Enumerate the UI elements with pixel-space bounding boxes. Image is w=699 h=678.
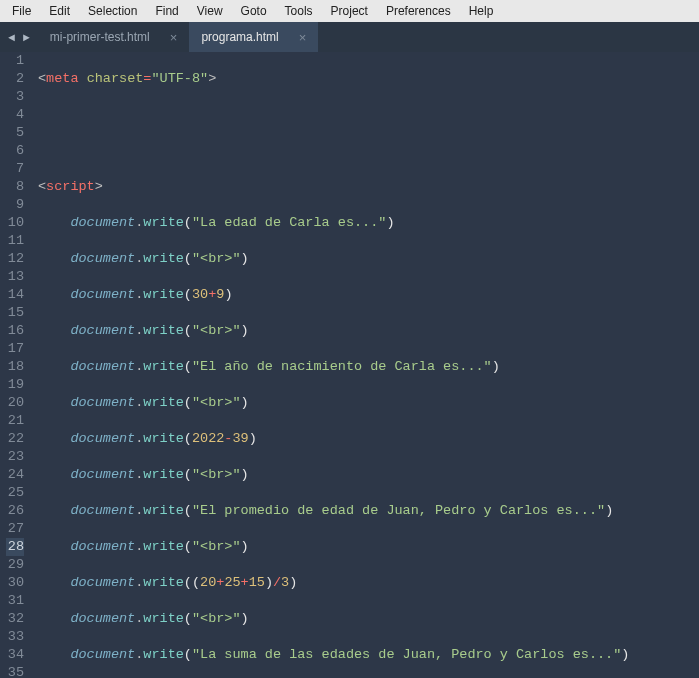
line-number: 31	[6, 592, 24, 610]
line-number: 5	[6, 124, 24, 142]
code-area[interactable]: <meta charset="UTF-8"> <script> document…	[34, 52, 699, 678]
menu-help[interactable]: Help	[461, 2, 502, 20]
line-number: 16	[6, 322, 24, 340]
line-number: 19	[6, 376, 24, 394]
menu-selection[interactable]: Selection	[80, 2, 145, 20]
code-line: document.write("La edad de Carla es...")	[38, 214, 699, 232]
line-number: 34	[6, 646, 24, 664]
code-line: <meta charset="UTF-8">	[38, 70, 699, 88]
line-number: 11	[6, 232, 24, 250]
code-line: document.write("<br>")	[38, 538, 699, 556]
nav-forward-icon[interactable]: ►	[21, 31, 32, 43]
line-number: 4	[6, 106, 24, 124]
line-number: 9	[6, 196, 24, 214]
code-line: document.write("El promedio de edad de J…	[38, 502, 699, 520]
line-number: 21	[6, 412, 24, 430]
menu-bar: File Edit Selection Find View Goto Tools…	[0, 0, 699, 22]
line-number: 2	[6, 70, 24, 88]
tab-label: programa.html	[201, 30, 278, 44]
code-line: document.write((20+25+15)/3)	[38, 574, 699, 592]
line-number: 17	[6, 340, 24, 358]
menu-tools[interactable]: Tools	[277, 2, 321, 20]
line-number: 33	[6, 628, 24, 646]
tab-programa[interactable]: programa.html ×	[189, 22, 318, 52]
line-number: 12	[6, 250, 24, 268]
close-icon[interactable]: ×	[170, 30, 178, 45]
line-number: 18	[6, 358, 24, 376]
tab-mi-primer-test[interactable]: mi-primer-test.html ×	[38, 22, 190, 52]
line-number: 3	[6, 88, 24, 106]
line-number: 14	[6, 286, 24, 304]
code-line: document.write("<br>")	[38, 394, 699, 412]
line-number: 24	[6, 466, 24, 484]
line-number: 29	[6, 556, 24, 574]
line-number: 32	[6, 610, 24, 628]
line-number: 23	[6, 448, 24, 466]
menu-find[interactable]: Find	[147, 2, 186, 20]
menu-view[interactable]: View	[189, 2, 231, 20]
code-line: document.write("<br>")	[38, 250, 699, 268]
tab-label: mi-primer-test.html	[50, 30, 150, 44]
code-line: <script>	[38, 178, 699, 196]
menu-edit[interactable]: Edit	[41, 2, 78, 20]
menu-goto[interactable]: Goto	[233, 2, 275, 20]
line-number: 8	[6, 178, 24, 196]
line-number: 10	[6, 214, 24, 232]
line-number: 27	[6, 520, 24, 538]
line-number: 6	[6, 142, 24, 160]
code-line: document.write(30+9)	[38, 286, 699, 304]
code-line	[38, 142, 699, 160]
code-line: document.write("<br>")	[38, 610, 699, 628]
code-line: document.write("La suma de las edades de…	[38, 646, 699, 664]
line-number: 7	[6, 160, 24, 178]
code-line: document.write("El año de nacimiento de …	[38, 358, 699, 376]
menu-file[interactable]: File	[4, 2, 39, 20]
line-number: 1	[6, 52, 24, 70]
line-number: 26	[6, 502, 24, 520]
menu-preferences[interactable]: Preferences	[378, 2, 459, 20]
close-icon[interactable]: ×	[299, 30, 307, 45]
line-number: 25	[6, 484, 24, 502]
line-number: 28	[6, 538, 24, 556]
line-number: 22	[6, 430, 24, 448]
line-number: 15	[6, 304, 24, 322]
code-line: document.write("<br>")	[38, 322, 699, 340]
menu-project[interactable]: Project	[323, 2, 376, 20]
editor[interactable]: 1 2 3 4 5 6 7 8 9 10 11 12 13 14 15 16 1…	[0, 52, 699, 678]
line-number: 13	[6, 268, 24, 286]
line-number: 20	[6, 394, 24, 412]
code-line: document.write("<br>")	[38, 466, 699, 484]
tab-nav: ◄ ►	[0, 31, 38, 43]
line-number: 30	[6, 574, 24, 592]
code-line	[38, 106, 699, 124]
nav-back-icon[interactable]: ◄	[6, 31, 17, 43]
line-number: 35	[6, 664, 24, 678]
gutter: 1 2 3 4 5 6 7 8 9 10 11 12 13 14 15 16 1…	[0, 52, 34, 678]
tab-bar: ◄ ► mi-primer-test.html × programa.html …	[0, 22, 699, 52]
code-line: document.write(2022-39)	[38, 430, 699, 448]
